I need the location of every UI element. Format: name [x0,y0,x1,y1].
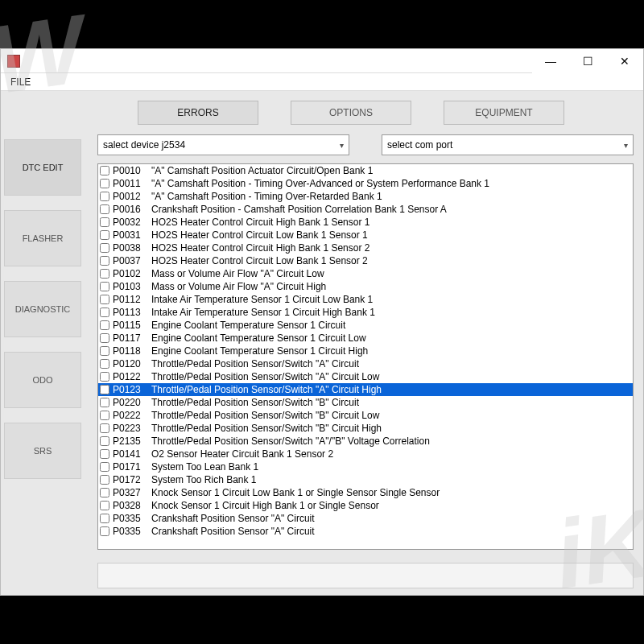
device-select[interactable]: salect device j2534 ▾ [97,134,349,155]
dtc-checkbox[interactable] [100,166,109,175]
dtc-description: Intake Air Temperature Sensor 1 Circuit … [151,307,375,318]
dtc-checkbox[interactable] [100,372,109,382]
dtc-description: Crankshaft Position Sensor "A" Circuit [151,526,315,537]
dtc-description: Crankshaft Position - Camshaft Position … [151,204,447,215]
dtc-code: P0031 [113,229,151,241]
dtc-checkbox[interactable] [100,295,109,304]
dtc-checkbox[interactable] [100,256,109,266]
dtc-description: System Too Rich Bank 1 [151,474,257,485]
dtc-row[interactable]: P0031HO2S Heater Control Circuit Low Ban… [98,229,633,242]
dtc-row[interactable]: P0037HO2S Heater Control Circuit Low Ban… [98,254,633,267]
top-tabs: ERRORS OPTIONS EQUIPMENT [1,91,643,134]
main-panel: salect device j2534 ▾ select com port ▾ … [81,134,643,556]
dtc-row[interactable]: P0113Intake Air Temperature Sensor 1 Cir… [98,306,633,319]
dtc-code: P0335 [113,513,151,524]
dtc-row[interactable]: P0010"A" Camshaft Position Actuator Circ… [98,164,633,177]
dtc-row[interactable]: P0335Crankshaft Position Sensor "A" Circ… [98,525,633,538]
dtc-code: P0010 [113,165,151,176]
dtc-checkbox[interactable] [100,423,109,433]
dtc-code: P0113 [113,307,151,318]
tab-equipment[interactable]: EQUIPMENT [444,101,564,125]
dtc-code: P0122 [113,371,151,382]
dtc-checkbox[interactable] [100,243,109,253]
dtc-description: Engine Coolant Temperature Sensor 1 Circ… [151,320,345,331]
dtc-row[interactable]: P0141O2 Sensor Heater Circuit Bank 1 Sen… [98,448,633,460]
dtc-row[interactable]: P0172System Too Rich Bank 1 [98,473,633,486]
dtc-description: Throttle/Pedal Position Sensor/Switch "B… [151,410,379,421]
dtc-checkbox[interactable] [100,359,109,369]
dtc-checkbox[interactable] [100,385,109,394]
dtc-row[interactable]: P0171System Too Lean Bank 1 [98,460,633,473]
dtc-checkbox[interactable] [100,488,109,497]
titlebar[interactable]: — ☐ ✕ [1,49,643,73]
dtc-row[interactable]: P0220Throttle/Pedal Position Sensor/Swit… [98,396,633,409]
dtc-description: Throttle/Pedal Position Sensor/Switch "A… [151,384,382,395]
dtc-row[interactable]: P0122Throttle/Pedal Position Sensor/Swit… [98,370,633,383]
dtc-checkbox[interactable] [100,269,109,279]
dtc-row[interactable]: P0222Throttle/Pedal Position Sensor/Swit… [98,409,633,422]
dtc-row[interactable]: P2135Throttle/Pedal Position Sensor/Swit… [98,435,633,448]
dtc-checkbox[interactable] [100,475,109,485]
sidebar-odo[interactable]: ODO [4,352,81,408]
dtc-checkbox[interactable] [100,192,109,201]
dtc-checkbox[interactable] [100,436,109,446]
dtc-row[interactable]: P0115Engine Coolant Temperature Sensor 1… [98,319,633,332]
dtc-row[interactable]: P0012"A" Camshaft Position - Timing Over… [98,190,633,203]
dtc-checkbox[interactable] [100,320,109,330]
tab-errors[interactable]: ERRORS [138,101,258,125]
tab-options[interactable]: OPTIONS [291,101,411,125]
device-select-value: salect device j2534 [103,139,185,151]
dtc-row[interactable]: P0038HO2S Heater Control Circuit High Ba… [98,242,633,254]
dtc-row[interactable]: P0327Knock Sensor 1 Circuit Low Bank 1 o… [98,486,633,499]
dtc-code: P0038 [113,242,151,254]
sidebar-diagnostic[interactable]: DIAGNOSTIC [4,281,81,337]
dtc-checkbox[interactable] [100,230,109,240]
dtc-checkbox[interactable] [100,333,109,343]
dtc-row[interactable]: P0328Knock Sensor 1 Circuit High Bank 1 … [98,499,633,512]
dtc-description: HO2S Heater Control Circuit High Bank 1 … [151,217,369,228]
dtc-row[interactable]: P0103Mass or Volume Air Flow "A" Circuit… [98,280,633,293]
dtc-checkbox[interactable] [100,462,109,472]
dtc-row[interactable]: P0123Throttle/Pedal Position Sensor/Swit… [98,383,633,396]
dtc-listbox[interactable]: P0010"A" Camshaft Position Actuator Circ… [97,163,634,550]
dtc-code: P0037 [113,255,151,266]
minimize-button[interactable]: — [532,49,569,73]
dtc-checkbox[interactable] [100,282,109,291]
dtc-checkbox[interactable] [100,411,109,420]
dtc-row[interactable]: P0016Crankshaft Position - Camshaft Posi… [98,203,633,216]
menu-file[interactable]: FILE [4,75,37,89]
dtc-row[interactable]: P0011"A" Camshaft Position - Timing Over… [98,177,633,190]
dtc-code: P0117 [113,332,151,344]
dtc-description: "A" Camshaft Position - Timing Over-Reta… [151,191,382,202]
dtc-row[interactable]: P0032HO2S Heater Control Circuit High Ba… [98,216,633,229]
dtc-checkbox[interactable] [100,217,109,227]
maximize-button[interactable]: ☐ [569,49,606,73]
dtc-checkbox[interactable] [100,449,109,459]
dtc-row[interactable]: P0117Engine Coolant Temperature Sensor 1… [98,332,633,345]
sidebar-dtc-edit[interactable]: DTC EDIT [4,139,81,196]
dtc-row[interactable]: P0102Mass or Volume Air Flow "A" Circuit… [98,267,633,280]
dtc-description: Throttle/Pedal Position Sensor/Switch "B… [151,423,382,434]
dtc-checkbox[interactable] [100,526,109,536]
dtc-checkbox[interactable] [100,501,109,510]
comport-select[interactable]: select com port ▾ [382,134,634,155]
dtc-row[interactable]: P0118Engine Coolant Temperature Sensor 1… [98,345,633,357]
dtc-row[interactable]: P0335Crankshaft Position Sensor "A" Circ… [98,512,633,525]
sidebar-srs[interactable]: SRS [4,423,81,479]
dtc-checkbox[interactable] [100,308,109,317]
dtc-description: System Too Lean Bank 1 [151,461,258,473]
close-button[interactable]: ✕ [606,49,643,73]
dtc-row[interactable]: P0112Intake Air Temperature Sensor 1 Cir… [98,293,633,306]
dtc-checkbox[interactable] [100,346,109,356]
dtc-checkbox[interactable] [100,398,109,407]
chevron-down-icon: ▾ [624,141,628,150]
dtc-checkbox[interactable] [100,179,109,188]
dtc-description: Intake Air Temperature Sensor 1 Circuit … [151,294,373,305]
dtc-checkbox[interactable] [100,514,109,523]
dtc-code: P0011 [113,178,151,189]
dtc-description: Mass or Volume Air Flow "A" Circuit Low [151,268,324,279]
dtc-checkbox[interactable] [100,204,109,214]
dtc-row[interactable]: P0120Throttle/Pedal Position Sensor/Swit… [98,357,633,370]
sidebar-flasher[interactable]: FLASHER [4,210,81,266]
dtc-row[interactable]: P0223Throttle/Pedal Position Sensor/Swit… [98,422,633,435]
